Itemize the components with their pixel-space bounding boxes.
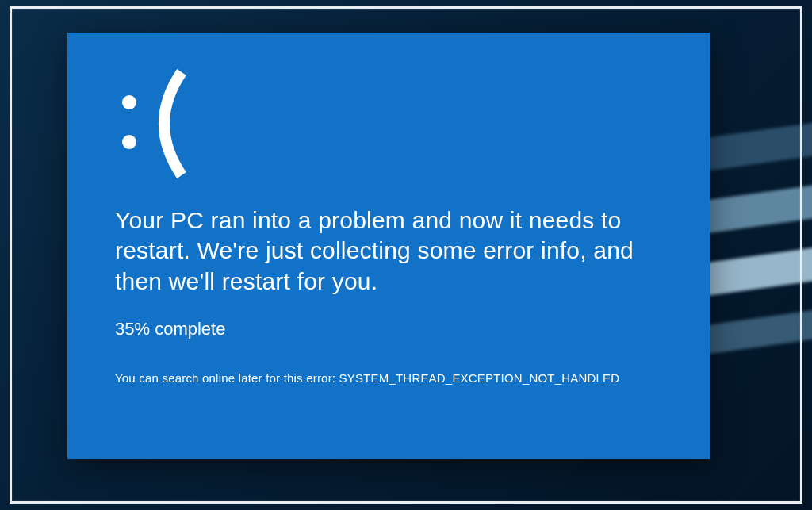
bsod-screen: Your PC ran into a problem and now it ne…	[67, 33, 710, 459]
svg-point-1	[122, 135, 136, 149]
bsod-emoticon-row	[115, 64, 670, 183]
sad-face-icon	[115, 64, 226, 183]
bsod-search-prefix: You can search online later for this err…	[115, 371, 339, 385]
bsod-progress-percent: 35	[115, 319, 134, 339]
window-frame-border: Your PC ran into a problem and now it ne…	[10, 6, 802, 504]
bsod-error-hint: You can search online later for this err…	[115, 371, 670, 385]
bsod-progress: 35% complete	[115, 319, 670, 339]
bsod-progress-suffix: % complete	[134, 319, 225, 339]
bsod-error-code: SYSTEM_THREAD_EXCEPTION_NOT_HANDLED	[339, 371, 620, 385]
svg-point-0	[122, 95, 136, 109]
bsod-main-message: Your PC ran into a problem and now it ne…	[115, 205, 670, 297]
